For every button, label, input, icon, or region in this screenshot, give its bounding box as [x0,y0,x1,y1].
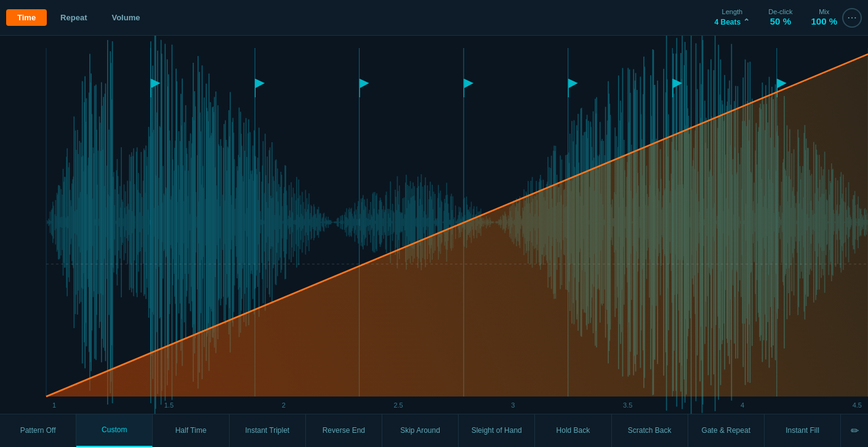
top-controls: Length 4 Beats ⌃ De-click 50 % Mix 100 % [714,8,837,27]
declick-label: De-click [768,8,792,16]
waveform-canvas[interactable] [0,36,868,414]
btn-scratch-back[interactable]: Scratch Back [612,414,688,447]
length-label: Length [722,8,743,16]
btn-instant-fill[interactable]: Instant Fill [765,414,841,447]
btn-skip-around[interactable]: Skip Around [382,414,459,447]
length-control: Length 4 Beats ⌃ [714,8,750,27]
btn-gate-repeat[interactable]: Gate & Repeat [688,414,765,447]
edit-icon: ✏ [851,425,859,437]
x-tick-25: 2.5 [393,401,403,409]
btn-sleight-of-hand[interactable]: Sleight of Hand [459,414,535,447]
btn-custom[interactable]: Custom [76,414,153,447]
btn-reverse-end[interactable]: Reverse End [306,414,382,447]
tab-volume[interactable]: Volume [100,9,151,26]
tab-time[interactable]: Time [6,9,47,26]
x-tick-4: 4 [741,401,744,409]
mix-value[interactable]: 100 % [811,16,837,27]
tab-group: Time Repeat Volume [6,9,151,26]
btn-hold-back[interactable]: Hold Back [535,414,611,447]
top-bar: Time Repeat Volume Length 4 Beats ⌃ De-c… [0,0,868,36]
length-value[interactable]: 4 Beats ⌃ [714,16,750,27]
edit-button[interactable]: ✏ [841,414,868,447]
btn-pattern-off[interactable]: Pattern Off [0,414,76,447]
btn-instant-triplet[interactable]: Instant Triplet [230,414,306,447]
bottom-bar: Pattern Off Custom Half Time Instant Tri… [0,414,868,447]
x-tick-1: 1 [52,401,56,409]
x-tick-15: 1.5 [164,401,174,409]
btn-half-time[interactable]: Half Time [153,414,229,447]
mix-control: Mix 100 % [811,8,837,27]
x-tick-3: 3 [511,401,515,409]
more-icon: ⋯ [847,12,857,23]
declick-value[interactable]: 50 % [770,16,791,27]
main-area: Beat 4 3 2 1 1 1.5 2 2.5 3 3.5 4 4.5 [0,36,868,414]
mix-label: Mix [819,8,829,16]
x-tick-45: 4.5 [853,401,862,409]
declick-control: De-click 50 % [768,8,792,27]
tab-repeat[interactable]: Repeat [49,9,98,26]
x-tick-35: 3.5 [623,401,632,409]
x-axis: 1 1.5 2 2.5 3 3.5 4 4.5 [46,401,868,409]
more-button[interactable]: ⋯ [842,8,862,28]
x-tick-2: 2 [282,401,286,409]
